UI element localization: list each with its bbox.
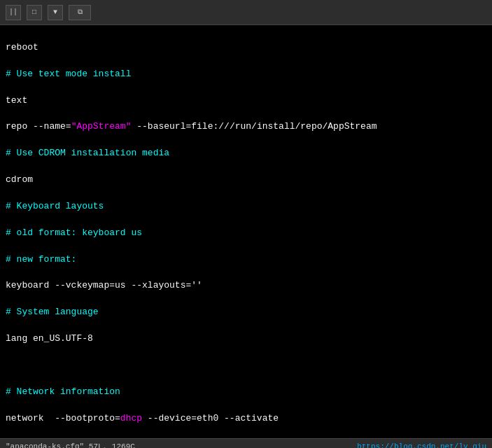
toolbar-btn-square[interactable]: □ [27, 5, 42, 20]
line-comment-kbd-old: # old format: keyboard us [6, 227, 486, 240]
line-comment-lang: # System language [6, 306, 486, 319]
toolbar: || □ ▼ ⧉ [0, 0, 492, 25]
chevron-down-icon: ▼ [53, 8, 57, 16]
line-comment-network: # Network information [6, 386, 486, 399]
toolbar-btn-dropdown[interactable]: ▼ [48, 5, 63, 20]
toolbar-btn-copy[interactable]: ⧉ [69, 5, 91, 20]
line-lang: lang en_US.UTF-8 [6, 332, 486, 346]
pause-icon: || [9, 8, 17, 16]
status-bar: "anaconda-ks.cfg" 57L, 1269C https://blo… [0, 438, 492, 448]
file-info: "anaconda-ks.cfg" 57L, 1269C [6, 442, 135, 449]
line-cdrom: cdrom [6, 174, 486, 187]
copy-icon: ⧉ [78, 8, 83, 16]
line-keyboard: keyboard --vckeymap=us --xlayouts='' [6, 279, 486, 293]
square-icon: □ [32, 8, 36, 16]
url-info: https://blog.csdn.net/ly_qiu [357, 442, 486, 449]
line-comment-kbd-new: # new format: [6, 253, 486, 267]
line-repo: repo --name="AppStream" --baseurl=file:/… [6, 120, 486, 134]
editor-container: reboot # Use text mode install text repo… [0, 25, 492, 438]
line-comment-textmode: # Use text mode install [6, 68, 486, 81]
line-network: network --bootproto=dhcp --device=eth0 -… [6, 412, 486, 426]
line-comment-kbd: # Keyboard layouts [6, 200, 486, 214]
toolbar-btn-pause[interactable]: || [6, 5, 21, 20]
line-comment-cdrom: # Use CDROM installation media [6, 147, 486, 160]
line-reboot: reboot [6, 41, 486, 55]
editor-content[interactable]: reboot # Use text mode install text repo… [0, 25, 492, 438]
line-text: text [6, 94, 486, 108]
line-empty1 [6, 359, 486, 372]
